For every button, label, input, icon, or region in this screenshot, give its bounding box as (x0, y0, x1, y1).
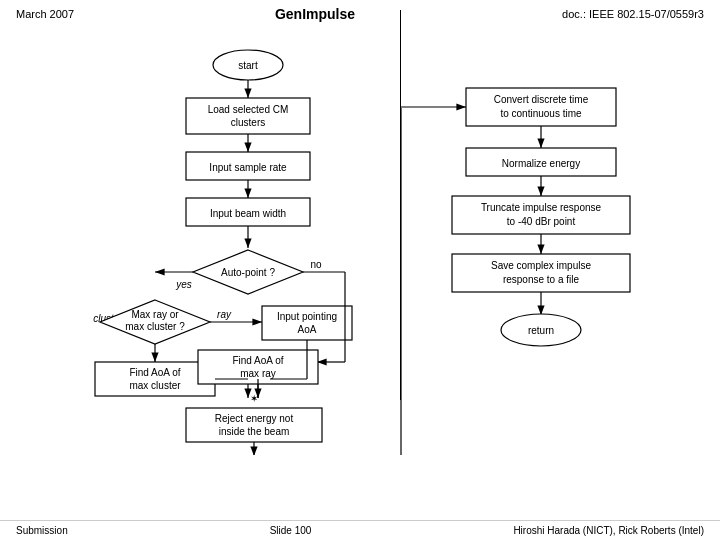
find-max-ray-label: Find AoA of (232, 355, 283, 366)
convert-discrete-label: Convert discrete time (494, 94, 589, 105)
yes-label: yes (175, 279, 192, 290)
input-pointing-label2: AoA (298, 324, 317, 335)
no-label: no (310, 259, 322, 270)
flowchart-svg: start Load selected CM clusters Input sa… (0, 0, 720, 455)
truncate-label2: to -40 dBr point (507, 216, 576, 227)
return-label: return (528, 325, 554, 336)
auto-point-label: Auto-point ? (221, 267, 275, 278)
load-cm-label: Load selected CM (208, 104, 289, 115)
input-sample-label: Input sample rate (209, 162, 287, 173)
max-ray-cluster-label: Max ray or (131, 309, 179, 320)
convert-discrete-label2: to continuous time (500, 108, 582, 119)
merge-symbol: ✶ (250, 393, 258, 404)
load-cm-label2: clusters (231, 117, 265, 128)
footer-center: Slide 100 (270, 525, 312, 536)
save-label2: response to a file (503, 274, 580, 285)
truncate-label: Truncate impulse response (481, 202, 602, 213)
footer: Submission Slide 100 Hiroshi Harada (NIC… (0, 520, 720, 540)
find-max-cluster-label: Find AoA of (129, 367, 180, 378)
find-max-cluster-label2: max cluster (129, 380, 181, 391)
footer-right: Hiroshi Harada (NICT), Rick Roberts (Int… (513, 525, 704, 536)
find-max-ray-label2: max ray (240, 368, 276, 379)
reject-energy-label: Reject energy not (215, 413, 294, 424)
save-label: Save complex impulse (491, 260, 591, 271)
ray-label: ray (217, 309, 232, 320)
flowchart-container: start Load selected CM clusters Input sa… (0, 0, 720, 455)
normalize-label: Normalize energy (502, 158, 580, 169)
max-ray-cluster-label2: max cluster ? (125, 321, 185, 332)
footer-left: Submission (16, 525, 68, 536)
input-pointing-label: Input pointing (277, 311, 337, 322)
reject-energy-label2: inside the beam (219, 426, 290, 437)
start-label: start (238, 60, 258, 71)
input-beam-label: Input beam width (210, 208, 286, 219)
